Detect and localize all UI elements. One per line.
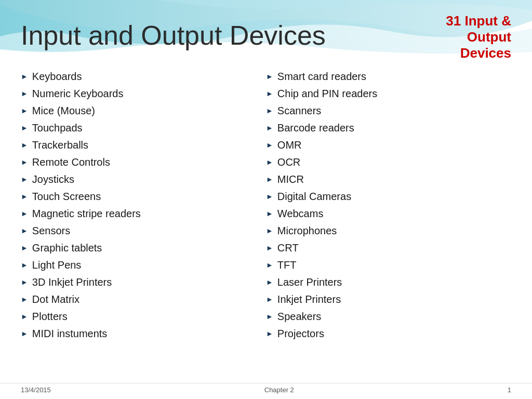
left-list-column: ►Keyboards►Numeric Keyboards►Mice (Mouse… xyxy=(21,68,266,342)
list-item-text: Barcode readers xyxy=(277,120,354,136)
bullet-arrow: ► xyxy=(21,260,28,271)
list-item-text: Scanners xyxy=(277,103,322,119)
list-item-text: TFT xyxy=(277,257,297,273)
list-item-text: OCR xyxy=(277,154,300,170)
left-list: ►Keyboards►Numeric Keyboards►Mice (Mouse… xyxy=(21,68,256,342)
list-item-text: Mice (Mouse) xyxy=(32,103,95,119)
list-item-text: Speakers xyxy=(277,309,322,325)
footer: 13/4/2015 Chapter 2 1 xyxy=(0,383,532,394)
list-item-text: Microphones xyxy=(277,223,337,239)
footer-date: 13/4/2015 xyxy=(21,386,51,394)
bullet-arrow: ► xyxy=(21,71,28,83)
bullet-arrow: ► xyxy=(21,311,28,323)
list-item-text: Chip and PIN readers xyxy=(277,86,377,102)
bullet-arrow: ► xyxy=(266,243,273,254)
list-item-text: Graphic tablets xyxy=(32,240,102,256)
list-item: ►Joysticks xyxy=(21,171,256,188)
list-item: ►Graphic tablets xyxy=(21,240,256,257)
list-item: ►Dot Matrix xyxy=(21,291,256,308)
list-item: ►Touchpads xyxy=(21,119,256,137)
bullet-arrow: ► xyxy=(266,311,273,323)
list-item: ►Keyboards xyxy=(21,68,256,85)
bullet-arrow: ► xyxy=(266,174,273,185)
bullet-arrow: ► xyxy=(21,277,28,288)
list-item-text: Trackerballs xyxy=(32,137,88,153)
bullet-arrow: ► xyxy=(266,105,273,117)
right-list-column: ►Smart card readers►Chip and PIN readers… xyxy=(266,68,511,342)
list-item-text: MIDI instuments xyxy=(32,326,107,342)
footer-page: 1 xyxy=(508,386,511,394)
list-item: ►Light Pens xyxy=(21,257,256,274)
list-item-text: Dot Matrix xyxy=(32,291,79,308)
bullet-arrow: ► xyxy=(266,191,273,203)
list-item: ►Trackerballs xyxy=(21,137,256,154)
bullet-arrow: ► xyxy=(21,225,28,237)
list-item: ►TFT xyxy=(266,257,501,274)
list-item-text: Touchpads xyxy=(32,120,83,136)
slide-label-line1: 31 Input & xyxy=(446,13,511,29)
page-title: Input and Output Devices xyxy=(21,21,326,50)
list-item: ►Plotters xyxy=(21,308,256,325)
bullet-arrow: ► xyxy=(266,225,273,237)
list-item-text: Sensors xyxy=(32,223,70,239)
list-item-text: Digital Cameras xyxy=(277,189,351,205)
list-item: ►Projectors xyxy=(266,325,501,342)
list-item-text: Magnetic stripe readers xyxy=(32,206,141,222)
list-item: ►Touch Screens xyxy=(21,188,256,205)
list-item: ►Inkjet Printers xyxy=(266,291,501,308)
list-item: ►Scanners xyxy=(266,102,501,119)
list-item-text: Joysticks xyxy=(32,171,74,188)
list-item: ►Digital Cameras xyxy=(266,188,501,205)
bullet-arrow: ► xyxy=(21,208,28,220)
bullet-arrow: ► xyxy=(266,88,273,100)
lists-container: ►Keyboards►Numeric Keyboards►Mice (Mouse… xyxy=(21,68,511,342)
list-item-text: Smart card readers xyxy=(277,69,366,85)
list-item-text: Remote Controls xyxy=(32,154,110,170)
bullet-arrow: ► xyxy=(21,105,28,117)
bullet-arrow: ► xyxy=(266,140,273,151)
bullet-arrow: ► xyxy=(21,294,28,305)
bullet-arrow: ► xyxy=(266,123,273,134)
list-item-text: Keyboards xyxy=(32,69,82,85)
list-item: ►Speakers xyxy=(266,308,501,325)
list-item: ►MICR xyxy=(266,171,501,188)
bullet-arrow: ► xyxy=(21,157,28,168)
bullet-arrow: ► xyxy=(21,191,28,203)
bullet-arrow: ► xyxy=(21,243,28,254)
list-item: ►OCR xyxy=(266,154,501,171)
bullet-arrow: ► xyxy=(21,88,28,100)
list-item: ►3D Inkjet Printers xyxy=(21,274,256,291)
bullet-arrow: ► xyxy=(266,71,273,83)
list-item: ►Magnetic stripe readers xyxy=(21,205,256,222)
list-item-text: 3D Inkjet Printers xyxy=(32,274,112,290)
bullet-arrow: ► xyxy=(21,174,28,185)
list-item-text: Webcams xyxy=(277,206,324,222)
list-item-text: Plotters xyxy=(32,309,68,325)
bullet-arrow: ► xyxy=(21,123,28,134)
list-item-text: OMR xyxy=(277,137,302,153)
bullet-arrow: ► xyxy=(266,277,273,288)
list-item-text: Laser Printers xyxy=(277,274,342,290)
list-item-text: Inkjet Printers xyxy=(277,291,341,308)
slide-label: 31 Input & Output Devices xyxy=(428,10,511,62)
header-area: Input and Output Devices 31 Input & Outp… xyxy=(21,10,511,62)
footer-chapter: Chapter 2 xyxy=(264,386,294,394)
list-item: ►Chip and PIN readers xyxy=(266,85,501,102)
list-item: ►Smart card readers xyxy=(266,68,501,85)
list-item: ►MIDI instuments xyxy=(21,325,256,342)
slide-label-line3: Devices xyxy=(460,45,511,61)
list-item: ►Mice (Mouse) xyxy=(21,102,256,119)
list-item-text: Light Pens xyxy=(32,257,82,273)
bullet-arrow: ► xyxy=(21,328,28,340)
list-item-text: Projectors xyxy=(277,326,324,342)
list-item-text: MICR xyxy=(277,171,304,188)
list-item-text: CRT xyxy=(277,240,299,256)
list-item: ►Microphones xyxy=(266,222,501,240)
list-item: ►CRT xyxy=(266,240,501,257)
right-list: ►Smart card readers►Chip and PIN readers… xyxy=(266,68,501,342)
list-item: ►Webcams xyxy=(266,205,501,222)
list-item-text: Touch Screens xyxy=(32,189,101,205)
bullet-arrow: ► xyxy=(266,294,273,305)
list-item: ►Sensors xyxy=(21,222,256,240)
list-item: ►Laser Printers xyxy=(266,274,501,291)
